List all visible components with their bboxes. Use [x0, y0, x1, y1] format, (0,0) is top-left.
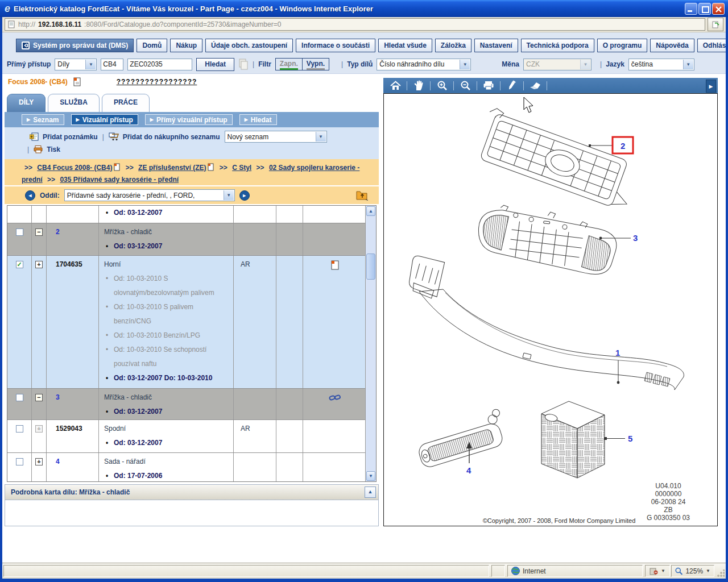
- svg-text:2[interactable]: 2: [621, 141, 625, 151]
- menu-item-help[interactable]: Nápověda: [650, 39, 694, 52]
- menu-item-tech-support[interactable]: Technická podpora: [521, 39, 594, 52]
- menu-item-about[interactable]: O programu: [597, 39, 648, 52]
- filter-on-button[interactable]: Zapn.: [276, 59, 303, 70]
- menu-item-logout[interactable]: Odhlásit: [697, 39, 726, 52]
- table-row[interactable]: + 1529043 Spodní Od: 03-12-2007 AR: [7, 420, 376, 453]
- expand-icon[interactable]: +: [35, 261, 43, 268]
- breadcrumb-additional-kits[interactable]: 035 Přídavné sady karosérie - přední: [60, 176, 179, 184]
- tab-parts[interactable]: DÍLY: [7, 94, 46, 112]
- section-select[interactable]: Přídavné sady karosérie - přední, , FORD…: [64, 189, 235, 201]
- row-checkbox[interactable]: [16, 228, 23, 236]
- table-scrollbar[interactable]: ▲ ▼: [365, 206, 376, 481]
- zoom-in-icon[interactable]: [436, 80, 448, 92]
- annotate-pencil-icon[interactable]: [506, 80, 518, 92]
- address-bar: http://192.168.16.11:8080/Ford/Catalogue…: [2, 17, 726, 32]
- collapse-panel-button[interactable]: ▲: [365, 487, 376, 498]
- expand-icon[interactable]: +: [35, 458, 43, 465]
- scrollbar-thumb[interactable]: [366, 253, 375, 280]
- svg-text:G 0030350 03: G 0030350 03: [647, 514, 690, 522]
- tab-service[interactable]: SLUŽBA: [48, 94, 100, 112]
- add-to-shopping-list-link[interactable]: Přidat do nákupního seznamu: [109, 132, 220, 141]
- internet-explorer-icon: e: [5, 3, 10, 15]
- minimize-button[interactable]: [685, 3, 697, 15]
- folder-up-icon[interactable]: [356, 190, 369, 202]
- add-note-icon: [30, 132, 39, 141]
- section-prev-button[interactable]: ◄: [25, 190, 35, 201]
- eraser-icon[interactable]: [529, 80, 541, 92]
- add-note-link[interactable]: Přidat poznámku: [30, 132, 98, 141]
- resize-grip[interactable]: [717, 569, 725, 577]
- menu-item-bookmark[interactable]: Záložka: [435, 39, 471, 52]
- row-checkbox[interactable]: [16, 425, 23, 433]
- home-view-icon[interactable]: [389, 80, 402, 92]
- menu-item-dms[interactable]: Systém pro správu dat (DMS): [16, 39, 134, 52]
- vehicle-doc-icon[interactable]: [73, 77, 81, 86]
- row-checkbox[interactable]: [16, 394, 23, 401]
- print-image-icon[interactable]: [482, 80, 495, 92]
- doc-icon[interactable]: [208, 163, 214, 171]
- scroll-down-button[interactable]: ▼: [366, 471, 375, 481]
- menu-item-settings[interactable]: Nastavení: [474, 39, 518, 52]
- category-select[interactable]: Díly▼: [55, 59, 97, 70]
- part-description: Spodní: [104, 422, 231, 436]
- part-detail-panel: [5, 500, 379, 526]
- menu-item-dealer-data[interactable]: Údaje obch. zastoupení: [205, 39, 293, 52]
- next-image-button[interactable]: ▶: [706, 80, 716, 93]
- menu-item-part-info[interactable]: Informace o součásti: [296, 39, 375, 52]
- collapse-icon[interactable]: −: [35, 228, 43, 236]
- table-row[interactable]: Od: 03-12-2007: [7, 206, 376, 223]
- menu-item-shop[interactable]: Nákup: [170, 39, 202, 52]
- table-row[interactable]: ✓ + 1704635 Horní Od: 10-03-2010 S olovn…: [7, 256, 376, 389]
- filter-off-button[interactable]: Vypn.: [303, 59, 329, 70]
- language-select[interactable]: čeština▼: [628, 59, 694, 70]
- pan-hand-icon[interactable]: [412, 80, 425, 92]
- shopping-list-select[interactable]: Nový seznam▼: [225, 131, 327, 143]
- svg-text:5[interactable]: 5: [628, 434, 632, 443]
- zoom-panel[interactable]: 125% ▼: [671, 565, 714, 577]
- row-checkbox-checked[interactable]: ✓: [16, 261, 23, 268]
- scroll-up-button[interactable]: ▲: [366, 206, 375, 216]
- internet-globe-icon: [511, 567, 520, 575]
- zone-settings-panel[interactable]: ▼: [645, 565, 670, 577]
- filter-label: Filtr: [258, 60, 271, 68]
- svg-text:4[interactable]: 4: [466, 465, 471, 475]
- part-number-input[interactable]: [127, 59, 192, 70]
- document-icon[interactable]: [331, 260, 340, 270]
- tab-labour[interactable]: PRÁCE: [102, 94, 150, 112]
- maximize-button[interactable]: [698, 3, 711, 15]
- subnav-list[interactable]: Seznam: [22, 114, 64, 125]
- section-next-button[interactable]: ►: [239, 190, 250, 201]
- collapse-icon[interactable]: −: [35, 394, 43, 401]
- table-row[interactable]: − 3 Mřížka - chladič Od: 03-12-2007: [7, 389, 376, 420]
- go-button[interactable]: [708, 18, 723, 31]
- breadcrumb-accessories[interactable]: ZE příslušenství (ZE): [138, 164, 206, 172]
- menu-item-search-all[interactable]: Hledat všude: [378, 39, 432, 52]
- vehicle-code-input[interactable]: [101, 59, 123, 70]
- part-type-select[interactable]: Číslo náhradního dílu▼: [377, 59, 471, 70]
- breadcrumb-vehicle[interactable]: CB4 Focus 2008- (CB4): [37, 164, 112, 172]
- svg-text:1[interactable]: 1: [615, 348, 620, 357]
- url-field[interactable]: http://192.168.16.11:8080/Ford/Catalogue…: [5, 18, 705, 31]
- copy-icon[interactable]: [238, 59, 249, 70]
- main-menu: Systém pro správu dat (DMS) Domů Nákup Ú…: [16, 39, 726, 53]
- part-detail-bar: Podrobná karta dílu: Mřížka - chladič ▲: [5, 484, 379, 500]
- quick-access-bar: Přímý přístup Díly▼ Hledat | Filtr Zapn.…: [7, 57, 723, 71]
- search-button[interactable]: Hledat: [196, 58, 234, 71]
- row-checkbox[interactable]: [16, 458, 23, 465]
- callout-2-highlighted: 2: [589, 137, 633, 153]
- subnav-visual-access[interactable]: Vizuální přístup: [71, 114, 138, 125]
- print-link[interactable]: Tisk: [34, 146, 60, 153]
- close-button[interactable]: [712, 3, 725, 15]
- zoom-out-icon[interactable]: [459, 80, 471, 92]
- doc-icon[interactable]: [114, 163, 121, 171]
- vehicle-placeholder-link[interactable]: ?????????????????: [117, 78, 197, 86]
- svg-text:3[interactable]: 3: [633, 233, 638, 243]
- parts-diagram[interactable]: 2 3 1 4: [383, 93, 718, 526]
- subnav-search[interactable]: Hledat: [239, 114, 277, 125]
- breadcrumb-style[interactable]: C Styl: [232, 164, 251, 172]
- link-icon[interactable]: [329, 393, 341, 402]
- table-row[interactable]: − 2 Mřížka - chladič Od: 03-12-2007: [7, 223, 376, 256]
- menu-item-home[interactable]: Domů: [136, 39, 167, 52]
- subnav-direct-visual-access[interactable]: Přímý vizuální přístup: [145, 114, 233, 125]
- table-row[interactable]: + 4 Sada - nářadí Od: 17-07-2006: [7, 453, 376, 482]
